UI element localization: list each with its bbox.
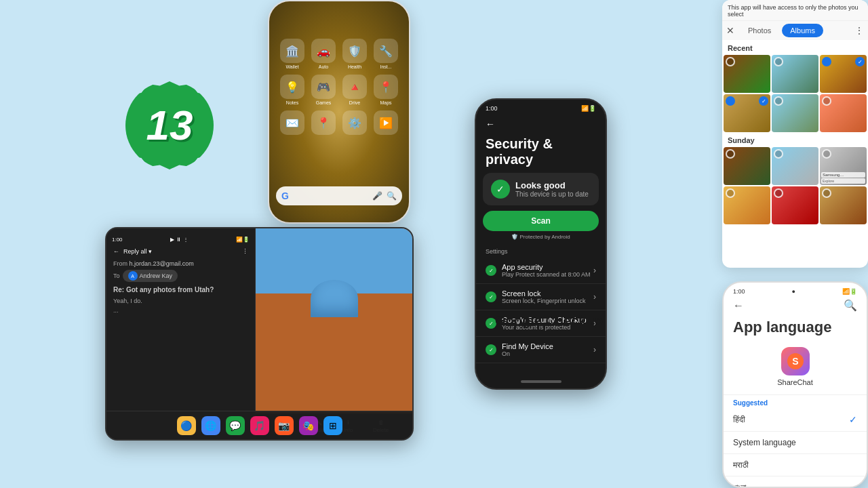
wallet-icon: 🏛️ [280,39,304,63]
to-label: To [113,272,120,279]
chrome-icon[interactable]: 🌐 [201,416,220,435]
photo-thumb[interactable] [772,147,818,185]
photo-thumb[interactable]: ✓ [724,94,770,132]
recipient-chip[interactable]: A Andrew Kay [123,270,178,282]
tablet: 1:00 ▶ ⏸ ⋮ 📶🔋 ← Reply all ▾ ⋮ From h.jor… [105,227,414,441]
list-item[interactable]: 🔧 Inst... [373,39,399,69]
list-item[interactable]: বাংলা [724,476,867,488]
security-privacy-phone: 1:00 📶🔋 ← Security & privacy ✓ Looks goo… [475,98,607,390]
photo-check-icon: ✓ [759,96,768,106]
signal-icons: 📶🔋 [581,105,596,112]
setting-sub: Play Protect scanned at 8:00 AM [502,271,591,278]
photo-thumb[interactable] [724,147,770,185]
photo-thumb[interactable] [724,55,770,93]
sunday-label: Sunday [722,132,868,147]
list-item[interactable]: ▶️ [373,110,399,136]
avatar: A [128,271,138,281]
maps-icon: 📍 [374,75,398,99]
scan-button[interactable]: Scan [483,211,599,231]
tab-albums[interactable]: Albums [782,24,823,37]
photo-thumb[interactable] [820,94,867,132]
list-item[interactable]: ⚙️ [342,110,368,136]
list-item[interactable]: मराठी [724,454,867,476]
photo-thumb[interactable] [772,186,818,224]
photo-select-circle [822,149,831,159]
photo-select-circle [822,96,831,106]
time-display: 1:00 [486,105,498,112]
tablet-dock: 🔵 🌐 💬 🎵 📷 🎭 ⊞ [106,411,412,439]
reply-all-label[interactable]: Reply all ▾ [123,248,152,255]
photo-thumb[interactable] [724,186,770,224]
list-item[interactable]: 📍 [311,110,336,136]
list-item[interactable]: 🏛️ Wallet [279,39,305,69]
tablet-frame: 1:00 ▶ ⏸ ⋮ 📶🔋 ← Reply all ▾ ⋮ From h.jor… [105,227,414,441]
suggested-label: Suggested [724,395,867,408]
table-row[interactable]: Find My Device On › [476,337,606,363]
photo-select-circle [774,149,783,159]
setting-left: Find My Device On [486,342,553,357]
check-dot-icon [486,265,496,276]
app-label: Wallet [285,64,298,69]
app-icon-5[interactable]: 📷 [275,416,294,435]
app-name: ShareChat [777,378,813,386]
apps-grid-icon[interactable]: ⊞ [323,416,342,435]
back-icon[interactable]: ← [113,248,119,255]
search-icon[interactable]: 🔍 [844,299,857,312]
photo-thumb[interactable]: Samsung… Explore [820,147,867,185]
messages-icon[interactable]: 💬 [226,416,245,435]
app-label: Health [348,64,361,69]
google-search-bar[interactable]: G 🎤 🔍 [276,186,402,205]
list-item[interactable]: हिंदी ✓ [724,408,867,432]
app-label: Maps [380,100,391,105]
photo-thumb[interactable] [820,186,867,224]
shield-icon: ✓ [491,180,510,199]
tablet-battery: 📶🔋 [236,237,250,243]
app-label: Games [316,100,332,105]
list-item[interactable]: 🚗 Auto [311,39,336,69]
looks-good-label: Looks good [515,180,589,190]
list-item[interactable]: 🛡️ Health [342,39,368,69]
language-bengali: বাংলা [733,483,746,488]
back-button[interactable]: ← [476,115,606,134]
tablet-status-bar: 1:00 ▶ ⏸ ⋮ 📶🔋 [106,234,255,245]
table-row[interactable]: Screen lock Screen lock, Fingerprint unl… [476,284,606,310]
table-row[interactable]: App security Play Protect scanned at 8:0… [476,258,606,284]
more-options-icon[interactable]: ⋮ [854,25,864,36]
pixel-phone: 🏛️ Wallet 🚗 Auto 🛡️ Health 🔧 Inst... 💡 N… [268,0,410,224]
app-label: Drive [349,100,360,105]
phone-icons-grid: 🏛️ Wallet 🚗 Auto 🛡️ Health 🔧 Inst... 💡 N… [279,39,399,136]
app-label: Notes [286,100,298,105]
back-button[interactable]: ← [733,300,744,312]
list-item[interactable]: 🎮 Games [311,75,336,105]
list-item[interactable]: 📍 Maps [373,75,399,105]
protected-label: 🛡️ Protected by Android [476,234,606,240]
photos-grid-sunday: Samsung… Explore [722,147,868,224]
close-icon[interactable]: ✕ [726,25,734,36]
list-item[interactable]: 💡 Notes [279,75,305,105]
app-language-title: App language [724,316,867,342]
list-item[interactable]: System language [724,432,867,454]
photo-display [256,228,412,413]
more-options-icon[interactable]: ⋮ [242,248,248,255]
list-item[interactable]: 🔺 Drive [342,75,368,105]
app-label: Inst... [380,64,391,69]
google-checkup-label: Google Checkup [495,313,603,329]
phone-frame: 🏛️ Wallet 🚗 Auto 🛡️ Health 🔧 Inst... 💡 N… [268,0,410,224]
photo-thumb[interactable] [772,55,818,93]
setting-text: App security Play Protect scanned at 8:0… [502,263,591,278]
mic-icon[interactable]: 🎤 [372,191,382,201]
lens-icon[interactable]: 🔍 [387,191,397,201]
photo-thumb[interactable]: ✓ [820,55,867,93]
app-icon-6[interactable]: 🎭 [299,416,318,435]
music-icon[interactable]: 🎵 [250,416,269,435]
photo-select-circle [774,96,783,106]
photo-select-circle [726,96,735,106]
recent-label: Recent [722,40,868,55]
setting-left: App security Play Protect scanned at 8:0… [486,263,591,278]
language-system: System language [733,438,796,447]
photo-thumb[interactable] [772,94,818,132]
list-item[interactable]: ✉️ [279,110,305,136]
tab-photos[interactable]: Photos [740,24,779,37]
dock-app-icon[interactable]: 🔵 [177,416,196,435]
badge-shape: 13 [125,81,214,169]
